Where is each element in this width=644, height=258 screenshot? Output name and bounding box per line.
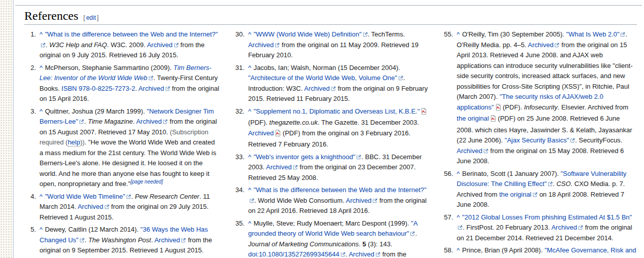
external-reference-link[interactable]: the original xyxy=(499,191,538,198)
citation-text: O'Reilly, Tim (30 September 2005). xyxy=(460,30,566,38)
pdf-file-icon xyxy=(496,103,501,114)
reference-citation: ^ Quittner, Joshua (29 March 1999). "Net… xyxy=(40,106,220,190)
external-reference-link[interactable]: Archived xyxy=(551,224,583,231)
external-link-icon xyxy=(275,40,280,51)
external-reference-link[interactable]: Archived xyxy=(528,41,560,49)
backlink-caret[interactable]: ^ xyxy=(248,107,252,115)
external-link-icon xyxy=(163,117,168,127)
references-list: 1.^ "What is the difference between the … xyxy=(24,29,637,258)
reference-citation: ^ "2012 Global Losses From phishing Esti… xyxy=(457,212,637,244)
backlink-caret[interactable]: ^ xyxy=(248,64,252,71)
reference-citation: ^ "Supplement no.1, Diplomatic and Overs… xyxy=(248,106,429,150)
external-reference-link[interactable]: "Ajax Security Basics" xyxy=(505,136,575,144)
external-reference-link[interactable]: "Architecture of the World Wide Web, Vol… xyxy=(248,74,403,82)
external-link-icon xyxy=(293,162,298,173)
citation-text: . xyxy=(415,230,417,237)
reference-number: 57. xyxy=(441,212,457,244)
citation-work: Infosecurity xyxy=(524,103,557,111)
reference-number: 4. xyxy=(24,192,40,223)
external-link-icon xyxy=(398,73,403,84)
reference-citation: ^ McPherson, Stephanie Sammartino (2009)… xyxy=(40,63,220,104)
external-reference-link[interactable]: Archived xyxy=(155,236,186,244)
external-reference-link[interactable]: Archived xyxy=(136,118,168,125)
reference-link[interactable]: ISBN 978-0-8225-7273-2 xyxy=(61,85,135,92)
citation-work: W3C Help and FAQ xyxy=(49,41,107,49)
citation-text: . xyxy=(133,118,136,125)
external-reference-link[interactable]: doi:10.1080/135272699345644 xyxy=(248,250,346,258)
citation-work: The Washington Post xyxy=(88,236,151,244)
reference-item: 58.^ Prince, Brian (9 April 2008). "McAf… xyxy=(441,245,637,258)
external-reference-link[interactable]: "Web's inventor gets a knighthood" xyxy=(253,153,361,161)
citation-text: Dewey, Caitlin (12 March 2014). xyxy=(43,226,140,233)
external-reference-link[interactable]: Archived xyxy=(349,250,381,258)
citation-text: (PDF). xyxy=(248,119,270,126)
pdf-file-icon xyxy=(421,107,427,118)
citation-work: thegazette.co.uk xyxy=(270,119,318,126)
external-link-icon xyxy=(41,40,46,51)
external-reference-link[interactable]: "World Wide Web Timeline" xyxy=(45,193,131,200)
backlink-caret[interactable]: ^ xyxy=(248,186,252,194)
page-needed-superscript[interactable]: [page needed] xyxy=(131,179,163,185)
citation-text: . SecurityFocus. xyxy=(575,136,622,144)
external-link-icon xyxy=(578,223,583,233)
reference-link[interactable]: the original xyxy=(457,115,489,122)
reference-column: 1.^ "What is the difference between the … xyxy=(24,29,220,258)
citation-work: Journal of Marketing Communications xyxy=(248,240,359,248)
reference-item: 35.^ Muylle, Steve; Rudy Moenaert; Marc … xyxy=(233,218,429,258)
content-area: References[edit] 1.^ "What is the differ… xyxy=(14,0,644,258)
external-reference-link[interactable]: Archived xyxy=(147,41,179,49)
page-background-texture xyxy=(0,0,14,258)
reference-citation: ^ "What is the difference between the We… xyxy=(40,29,220,61)
external-reference-link[interactable]: Archived xyxy=(266,163,298,171)
reference-item: 33.^ "Web's inventor gets a knighthood".… xyxy=(233,152,429,183)
edit-bracket-close: ] xyxy=(97,14,98,21)
external-reference-link[interactable]: Archived xyxy=(138,85,170,92)
reference-number: 35. xyxy=(233,218,248,258)
backlink-caret[interactable]: ^ xyxy=(248,219,252,227)
pdf-file-icon xyxy=(275,129,281,140)
external-link-icon xyxy=(375,249,381,258)
backlink-caret[interactable]: ^ xyxy=(248,30,252,38)
pdf-file-icon xyxy=(490,115,496,125)
reference-number: 56. xyxy=(441,169,457,210)
reference-number: 32. xyxy=(233,106,248,150)
reference-item: 5.^ Dewey, Caitlin (12 March 2014). "36 … xyxy=(24,225,220,256)
reference-number: 5. xyxy=(24,225,40,256)
citation-text: Jacobs, Ian; Walsh, Norman (15 December … xyxy=(252,64,400,71)
external-reference-link[interactable]: Archived xyxy=(304,85,336,92)
external-reference-link[interactable]: "WWW (World Wide Web) Definition" xyxy=(253,30,367,38)
reference-item: 31.^ Jacobs, Ian; Walsh, Norman (15 Dece… xyxy=(233,63,429,104)
external-link-icon xyxy=(126,192,131,202)
external-link-icon xyxy=(104,202,109,212)
external-link-icon xyxy=(570,135,575,146)
external-link-icon xyxy=(181,235,186,246)
reference-number: 2. xyxy=(24,63,40,104)
external-link-icon xyxy=(79,117,84,127)
reference-citation: ^ "Web's inventor gets a knighthood". BB… xyxy=(248,152,429,183)
reference-number: 58. xyxy=(441,245,457,258)
external-reference-link[interactable]: "What Is Web 2.0" xyxy=(566,30,625,38)
reference-number: 33. xyxy=(233,152,248,183)
citation-text: . The Gazette. 31 December 2003. xyxy=(318,119,419,126)
citation-work: Time Magazine xyxy=(88,118,133,125)
reference-link[interactable]: Archived xyxy=(248,129,274,137)
external-reference-link[interactable]: Archived xyxy=(457,147,488,155)
external-link-icon xyxy=(554,40,559,51)
external-reference-link[interactable]: Archived xyxy=(248,41,280,49)
help-link[interactable]: help xyxy=(68,138,81,146)
external-reference-link[interactable]: Archived xyxy=(78,203,109,210)
reference-item: 3.^ Quittner, Joshua (29 March 1999). "N… xyxy=(24,106,220,190)
page-title: References xyxy=(24,9,79,22)
external-link-icon xyxy=(165,84,170,94)
citation-work: CSO xyxy=(556,180,571,188)
edit-link[interactable]: edit xyxy=(86,14,96,21)
external-link-icon xyxy=(80,235,85,246)
external-link-icon xyxy=(249,196,254,206)
external-reference-link[interactable]: Archived xyxy=(346,197,378,204)
citation-text: (PDF). xyxy=(501,103,524,111)
backlink-caret[interactable]: ^ xyxy=(248,153,252,161)
reference-item: 1.^ "What is the difference between the … xyxy=(24,29,220,61)
reference-link[interactable]: "Supplement no.1, Diplomatic and Oversea… xyxy=(253,107,420,115)
reference-citation: ^ Muylle, Steve; Rudy Moenaert; Marc Des… xyxy=(248,218,429,258)
edit-bracket-open: [ xyxy=(84,14,85,21)
